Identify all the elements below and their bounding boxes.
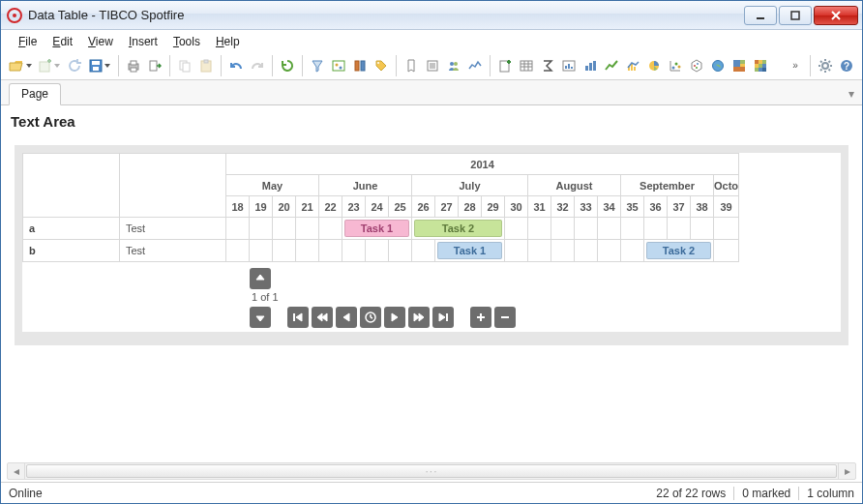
gantt-task[interactable]: Task 2 — [414, 220, 502, 237]
statusbar: Online 22 of 22 rows 0 marked 1 column — [1, 482, 862, 503]
bar-chart-button[interactable] — [580, 56, 600, 75]
menu-help[interactable]: Help — [208, 33, 248, 50]
menu-edit[interactable]: Edit — [45, 33, 80, 50]
gantt-task-cell[interactable]: Task 2 — [412, 218, 505, 240]
tags-button[interactable] — [372, 56, 391, 75]
help-button[interactable]: ? — [837, 56, 856, 75]
details-button[interactable] — [350, 56, 370, 75]
svg-rect-36 — [589, 63, 592, 71]
paste-button[interactable] — [196, 56, 216, 75]
reload-button[interactable] — [278, 56, 297, 75]
map-chart-button[interactable] — [708, 56, 728, 75]
line-chart-button[interactable] — [602, 56, 621, 75]
svg-point-64 — [822, 63, 828, 69]
menu-tools[interactable]: Tools — [165, 33, 208, 50]
plus-icon — [476, 312, 486, 322]
scroll-left-button[interactable]: ◂ — [8, 463, 25, 479]
pager-up-button[interactable] — [250, 268, 271, 289]
print-button[interactable] — [124, 56, 143, 75]
gantt-month-header: July — [412, 175, 528, 196]
gantt-year-header: 2014 — [226, 154, 739, 175]
gantt-task[interactable]: Task 1 — [344, 220, 409, 237]
pager-next-button[interactable] — [384, 307, 405, 328]
tag-icon — [374, 59, 388, 73]
horizontal-scrollbar[interactable]: ◂ ··· ▸ — [7, 462, 856, 480]
scatter-plot-button[interactable] — [666, 56, 685, 75]
copy-icon — [178, 59, 192, 73]
toolbar-overflow-button[interactable]: » — [786, 56, 805, 75]
pager-first-button[interactable] — [287, 307, 309, 328]
svg-rect-58 — [755, 64, 759, 68]
collaboration-button[interactable] — [444, 56, 463, 75]
gantt-task-cell[interactable]: Task 1 — [435, 240, 505, 262]
bookmarks-button[interactable] — [402, 56, 421, 75]
svg-rect-3 — [92, 61, 100, 65]
gantt-task-cell[interactable]: Task 2 — [644, 240, 714, 262]
gantt-week-header: 18 — [226, 196, 250, 218]
3d-scatter-button[interactable] — [687, 56, 706, 75]
svg-rect-57 — [762, 60, 766, 64]
heatmap-button[interactable] — [751, 56, 770, 75]
gantt-task-cell[interactable]: Task 1 — [342, 218, 412, 240]
pager-next-fast-button[interactable] — [408, 307, 430, 328]
svg-line-70 — [829, 69, 831, 71]
add-data-button[interactable] — [36, 56, 63, 75]
filter-button[interactable] — [308, 56, 327, 75]
undo-button[interactable] — [226, 56, 246, 75]
combo-chart-button[interactable] — [623, 56, 642, 75]
svg-rect-4 — [93, 67, 99, 71]
pager-down-button[interactable] — [250, 307, 271, 328]
menu-file[interactable]: File — [11, 33, 45, 50]
pager-zoom-in-button[interactable] — [470, 307, 491, 328]
scroll-thumb[interactable]: ··· — [26, 464, 837, 478]
save-button[interactable] — [86, 56, 113, 75]
treemap-button[interactable] — [729, 56, 749, 75]
svg-rect-56 — [759, 60, 762, 64]
find-button[interactable] — [465, 56, 485, 75]
lists-button[interactable] — [423, 56, 442, 75]
pager-last-button[interactable] — [432, 307, 454, 328]
svg-rect-13 — [333, 61, 344, 71]
export-button[interactable] — [145, 56, 164, 75]
graphical-table-button[interactable] — [559, 56, 579, 75]
data-panel-button[interactable] — [329, 56, 348, 75]
pie-chart-button[interactable] — [644, 56, 664, 75]
tab-page-label: Page — [21, 87, 48, 101]
menu-view[interactable]: View — [80, 33, 121, 50]
gantt-row-label: Test — [120, 240, 226, 262]
copy-button[interactable] — [175, 56, 194, 75]
table-viz-button[interactable] — [517, 56, 536, 75]
gantt-week-header: 22 — [319, 196, 342, 218]
svg-rect-16 — [355, 61, 359, 71]
pager-today-button[interactable] — [360, 307, 381, 328]
open-button[interactable] — [7, 56, 34, 75]
redo-button[interactable] — [248, 56, 267, 75]
settings-button[interactable] — [816, 56, 835, 75]
tabstrip-menu-button[interactable]: ▾ — [848, 87, 854, 104]
gantt-task[interactable]: Task 2 — [646, 242, 711, 259]
minus-icon — [500, 312, 510, 322]
pager-zoom-out-button[interactable] — [494, 307, 516, 328]
minimize-icon — [755, 10, 766, 21]
tab-page[interactable]: Page — [9, 83, 61, 105]
scroll-right-button[interactable]: ▸ — [838, 463, 855, 479]
maximize-button[interactable] — [779, 6, 812, 25]
new-page-button[interactable] — [495, 56, 515, 75]
menu-insert[interactable]: Insert — [121, 33, 165, 50]
combo-chart-icon — [626, 59, 640, 73]
minimize-button[interactable] — [744, 6, 777, 25]
menu-file-label: ile — [25, 35, 37, 48]
svg-rect-37 — [593, 61, 596, 71]
refresh-data-button[interactable] — [65, 56, 84, 75]
close-button[interactable] — [814, 6, 858, 25]
crosstable-viz-button[interactable] — [538, 56, 557, 75]
svg-rect-34 — [571, 67, 573, 69]
gantt-task[interactable]: Task 1 — [437, 242, 502, 259]
svg-rect-10 — [183, 63, 190, 72]
menubar: File Edit View Insert Tools Help — [1, 30, 862, 51]
gantt-week-header: 34 — [598, 196, 621, 218]
svg-point-44 — [672, 66, 675, 69]
pager-prev-button[interactable] — [336, 307, 357, 328]
globe-icon — [711, 59, 725, 73]
pager-prev-fast-button[interactable] — [312, 307, 333, 328]
